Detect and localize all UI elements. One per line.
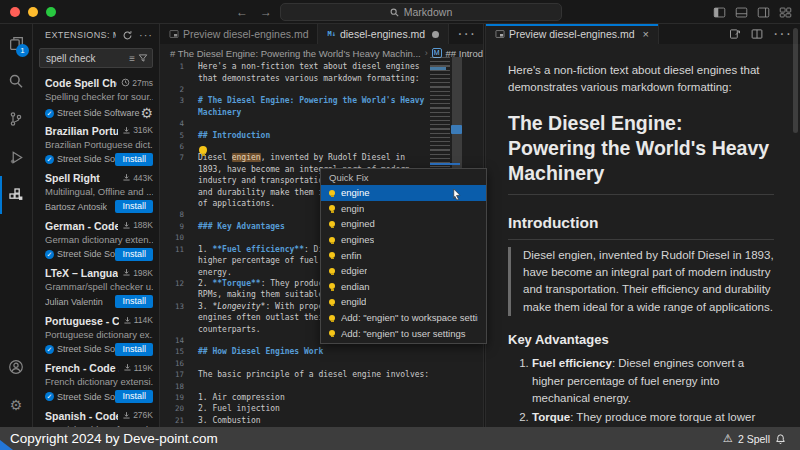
preview-scrollbar[interactable] bbox=[793, 28, 798, 133]
install-button[interactable]: Install bbox=[115, 248, 153, 261]
bell-icon[interactable] bbox=[775, 433, 786, 445]
chevron-right-icon: › bbox=[425, 48, 428, 58]
activity-explorer[interactable]: 1 bbox=[0, 24, 32, 62]
toggle-panel-icon[interactable] bbox=[735, 6, 748, 19]
close-tab-icon[interactable]: × bbox=[642, 28, 648, 40]
code-line[interactable]: 1Here's a non-fiction text about diesel … bbox=[160, 61, 431, 72]
extension-item[interactable]: German - Code...188KGerman dictionary ex… bbox=[33, 217, 159, 265]
code-text: 2. Fuel injection bbox=[198, 404, 280, 413]
minimize-window-button[interactable] bbox=[28, 7, 38, 17]
quick-fix-item[interactable]: Add: "engien" to user settings bbox=[321, 325, 486, 341]
go-forward-icon[interactable]: → bbox=[260, 5, 272, 19]
download-count: 188K bbox=[118, 220, 153, 230]
editor-group-preview: Preview diesel-engines.md × ··· Here's a… bbox=[486, 24, 800, 450]
code-line[interactable]: 16 bbox=[160, 358, 431, 369]
install-button[interactable]: Install bbox=[115, 200, 153, 213]
quick-fix-item[interactable]: engild bbox=[321, 294, 486, 310]
editor-more-actions-icon[interactable]: ··· bbox=[457, 25, 476, 43]
split-editor-icon[interactable] bbox=[751, 28, 763, 40]
extension-item[interactable]: French - Code ...119KFrench dictionary e… bbox=[33, 359, 159, 407]
code-line[interactable]: 191. Air compression bbox=[160, 392, 431, 403]
close-window-button[interactable] bbox=[10, 7, 20, 17]
scrollbar-thumb[interactable] bbox=[451, 125, 462, 134]
refresh-icon[interactable] bbox=[122, 30, 133, 41]
quick-fix-item[interactable]: Add: "engien" to workspace settings bbox=[321, 310, 486, 326]
extension-description: French dictionary extensi... bbox=[45, 376, 153, 387]
command-center-search[interactable]: Markdown bbox=[280, 3, 562, 21]
preview-more-actions-icon[interactable]: ··· bbox=[773, 25, 792, 43]
code-line[interactable]: that demonstrates various markdown forma… bbox=[160, 72, 431, 83]
toggle-secondary-sidebar-icon[interactable] bbox=[757, 6, 770, 19]
activity-settings[interactable]: ⚙ bbox=[0, 386, 32, 424]
extension-publisher: Bartosz Antosik bbox=[45, 202, 115, 212]
tab-preview-inactive[interactable]: Preview diesel-engines.md bbox=[160, 24, 318, 44]
preview-heading: Introduction bbox=[508, 211, 774, 240]
code-line[interactable]: 2 bbox=[160, 84, 431, 95]
activity-source-control[interactable] bbox=[0, 100, 32, 138]
install-button[interactable]: Install bbox=[115, 343, 153, 356]
extension-item[interactable]: LTeX – Langua...198KGrammar/spell checke… bbox=[33, 264, 159, 312]
activity-search[interactable] bbox=[0, 62, 32, 100]
quick-fix-item[interactable]: enfin bbox=[321, 247, 486, 263]
code-line[interactable]: 3# The Diesel Engine: Powering the World… bbox=[160, 95, 431, 106]
code-line[interactable]: 4 bbox=[160, 118, 431, 129]
code-action-lightbulb-icon[interactable] bbox=[199, 140, 207, 158]
activity-bar: 1 ⚙ bbox=[0, 24, 33, 450]
show-source-icon[interactable] bbox=[729, 28, 741, 40]
tab-diesel-engines-md[interactable]: M↓ diesel-engines.md bbox=[318, 24, 449, 44]
quick-fix-item[interactable]: engin bbox=[321, 201, 486, 217]
code-text: # The Diesel Engine: Powering the World'… bbox=[198, 96, 424, 105]
quick-fix-item[interactable]: endian bbox=[321, 279, 486, 295]
breadcrumb-heading[interactable]: # The Diesel Engine: Powering the World'… bbox=[170, 48, 421, 59]
extension-gear-icon[interactable]: ⚙ bbox=[140, 105, 153, 121]
extension-publisher: Julian Valentin bbox=[45, 297, 115, 307]
code-line[interactable]: 213. Combustion bbox=[160, 415, 431, 426]
sort-icon[interactable]: ≡ bbox=[129, 53, 135, 64]
spell-status[interactable]: 2 Spell bbox=[738, 433, 770, 445]
code-line[interactable]: 17The basic principle of a diesel engine… bbox=[160, 369, 431, 380]
more-actions-icon[interactable]: ··· bbox=[139, 29, 153, 41]
quick-fix-item[interactable]: edgier bbox=[321, 263, 486, 279]
code-line[interactable]: 18 bbox=[160, 380, 431, 391]
layout-controls bbox=[713, 0, 792, 24]
preview-paragraph: Here's a non-fiction text about diesel e… bbox=[508, 62, 774, 97]
download-icon bbox=[122, 268, 131, 277]
minimap-viewport[interactable] bbox=[452, 57, 462, 169]
tab-preview-active[interactable]: Preview diesel-engines.md × bbox=[486, 24, 659, 44]
code-line[interactable]: 15## How Diesel Engines Work bbox=[160, 346, 431, 357]
line-number: 16 bbox=[160, 359, 184, 368]
verified-publisher-icon: ✓ bbox=[45, 345, 54, 354]
code-line[interactable]: Machinery bbox=[160, 107, 431, 118]
filter-icon[interactable] bbox=[138, 53, 148, 63]
extension-item[interactable]: Code Spell Chec...27msSpelling checker f… bbox=[33, 74, 159, 122]
activity-run-debug[interactable] bbox=[0, 138, 32, 176]
quick-fix-item[interactable]: engined bbox=[321, 216, 486, 232]
toggle-sidebar-icon[interactable] bbox=[713, 6, 726, 19]
line-number: 21 bbox=[160, 416, 184, 425]
activity-extensions[interactable] bbox=[0, 176, 32, 214]
extension-name: Portuguese - C... bbox=[45, 315, 119, 327]
activity-account[interactable] bbox=[0, 348, 32, 386]
extension-item[interactable]: Portuguese - C...114KPortuguese dictiona… bbox=[33, 312, 159, 360]
extension-item[interactable]: Spell Right443KMultilingual, Offline and… bbox=[33, 169, 159, 217]
extension-publisher: ✓Street Side So... bbox=[45, 154, 115, 164]
vscode-window: ← → Markdown 1 ⚙ EXTENSIONS: MA... ··· bbox=[0, 0, 800, 450]
extensions-search-input[interactable] bbox=[44, 52, 126, 65]
misspelled-word[interactable]: engien bbox=[232, 153, 261, 162]
code-line[interactable]: 202. Fuel injection bbox=[160, 403, 431, 414]
extension-item[interactable]: Brazilian Portu...316KBrazilian Portugue… bbox=[33, 122, 159, 170]
code-text: Diesel engien, invented by Rudolf Diesel… bbox=[198, 153, 405, 162]
extension-publisher: ✓Street Side So... bbox=[45, 392, 115, 402]
install-button[interactable]: Install bbox=[115, 153, 153, 166]
quick-fix-item[interactable]: engines bbox=[321, 232, 486, 248]
watermark-text: Copyright 2024 by Deve-point.com bbox=[10, 431, 723, 446]
customize-layout-icon[interactable] bbox=[779, 6, 792, 19]
install-button[interactable]: Install bbox=[115, 390, 153, 403]
quick-fix-item[interactable]: engine bbox=[321, 185, 486, 201]
extension-name: German - Code... bbox=[45, 220, 118, 232]
install-button[interactable]: Install bbox=[115, 295, 153, 308]
extensions-search-box[interactable]: ≡ bbox=[39, 48, 153, 68]
modified-dot-icon[interactable] bbox=[432, 31, 439, 38]
zoom-window-button[interactable] bbox=[46, 7, 56, 17]
go-back-icon[interactable]: ← bbox=[236, 5, 248, 19]
